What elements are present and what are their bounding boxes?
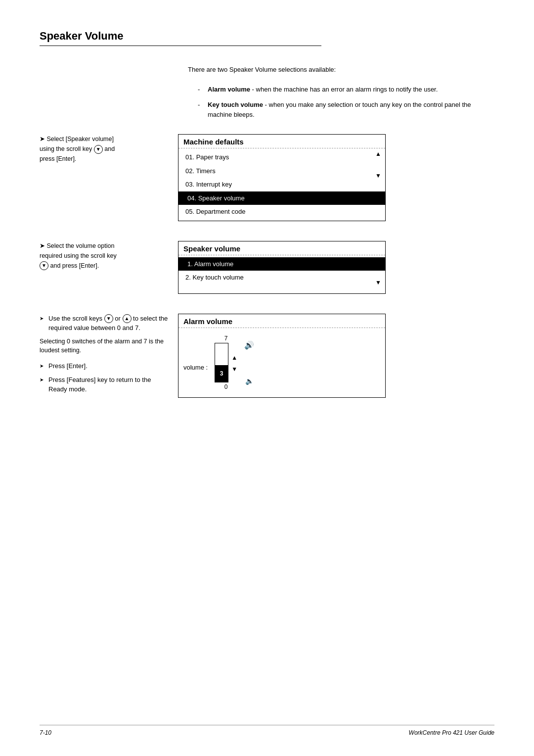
screen-item-key-touch-volume: 2. Key touch volume <box>178 271 385 284</box>
bullet-item-alarm: Alarm volume - when the machine has an e… <box>198 85 494 94</box>
volume-high-icon: 🔊 <box>244 340 254 350</box>
volume-current-display: 3 <box>220 370 223 377</box>
section1-instructions: ➤ Select [Speaker volume] using the scro… <box>40 134 178 164</box>
volume-label: volume : <box>183 364 208 371</box>
scroll-arrows-2 <box>375 257 381 286</box>
screen-item-alarm-volume: 1. Alarm volume <box>178 257 385 271</box>
volume-icons: 🔊 🔈 <box>244 340 254 385</box>
key-touch-label: Key touch volume <box>208 101 263 108</box>
section2-instruction-text: ➤ Select the volume option required usin… <box>40 241 168 271</box>
scroll-down-icon-1: ▼ <box>94 145 103 154</box>
bullet-list: Alarm volume - when the machine has an e… <box>198 85 494 120</box>
section3-row: Use the scroll keys ▼ or ▲ to select the… <box>40 314 494 398</box>
speaker-volume-screen: Speaker volume 1. Alarm volume 2. Key to… <box>178 241 386 294</box>
intro-text: There are two Speaker Volume selections … <box>188 65 494 75</box>
section2-instructions: ➤ Select the volume option required usin… <box>40 241 178 271</box>
screen-item-paper-trays: 01. Paper trays <box>178 150 385 164</box>
slider-track: 3 <box>215 343 228 382</box>
volume-down-arrow[interactable] <box>231 365 237 373</box>
page-title: Speaker Volume <box>40 30 321 46</box>
scroll-down-icon-2: ▼ <box>40 261 48 270</box>
arrow-up-2 <box>375 257 381 264</box>
machine-defaults-title: Machine defaults <box>178 135 385 148</box>
screen-item-speaker-volume: 04. Speaker volume <box>178 191 385 205</box>
bullet-item-key-touch: Key touch volume - when you make any sel… <box>198 100 494 119</box>
section1-instruction-text: ➤ Select [Speaker volume] using the scro… <box>40 134 168 164</box>
section3-screen: Alarm volume volume : 7 <box>178 314 494 398</box>
arrow-down-1 <box>375 172 381 179</box>
section3-press-enter: Press [Enter]. <box>40 361 168 371</box>
section2-screen: Speaker volume 1. Alarm volume 2. Key to… <box>178 241 494 294</box>
arrow-down-2 <box>375 279 381 286</box>
section3-note: Selecting 0 switches of the alarm and 7 … <box>40 337 168 356</box>
machine-defaults-screen: Machine defaults 01. Paper trays 02. Tim… <box>178 134 386 221</box>
page-container: Speaker Volume There are two Speaker Vol… <box>0 0 534 756</box>
alarm-volume-desc: - when the machine has an error an alarm… <box>250 86 438 93</box>
volume-low-icon: 🔈 <box>245 377 254 385</box>
alarm-volume-title: Alarm volume <box>178 314 385 328</box>
alarm-volume-controls: volume : 7 3 <box>183 332 380 393</box>
volume-min: 0 <box>224 383 228 390</box>
section3-instructions: Use the scroll keys ▼ or ▲ to select the… <box>40 314 178 398</box>
slider-arrow-controls <box>231 353 237 373</box>
section1-screen: Machine defaults 01. Paper trays 02. Tim… <box>178 134 494 221</box>
alarm-volume-screen: Alarm volume volume : 7 <box>178 314 386 398</box>
volume-up-arrow[interactable] <box>231 354 237 361</box>
section3-scroll-instruction: Use the scroll keys ▼ or ▲ to select the… <box>40 314 168 333</box>
section2-row: ➤ Select the volume option required usin… <box>40 241 494 294</box>
page-footer: 7-10 WorkCentre Pro 421 User Guide <box>40 725 494 736</box>
speaker-volume-body: 1. Alarm volume 2. Key touch volume <box>178 255 385 293</box>
screen-item-timers: 02. Timers <box>178 164 385 178</box>
alarm-volume-label: Alarm volume <box>208 86 250 93</box>
screen-item-interrupt-key: 03. Interrupt key <box>178 178 385 191</box>
slider-with-arrows: 3 <box>215 343 237 382</box>
section1-row: ➤ Select [Speaker volume] using the scro… <box>40 134 494 221</box>
scroll-arrows-1 <box>375 150 381 179</box>
footer-guide-title: WorkCentre Pro 421 User Guide <box>409 729 494 736</box>
volume-max: 7 <box>224 335 228 342</box>
footer-page-number: 7-10 <box>40 729 51 736</box>
scroll-down-icon-3: ▼ <box>104 314 113 323</box>
arrow-up-1 <box>375 150 381 157</box>
speaker-volume-title: Speaker volume <box>178 241 385 255</box>
scroll-up-icon-3: ▲ <box>123 314 132 323</box>
slider-area: 7 3 <box>215 335 237 390</box>
machine-defaults-body: 01. Paper trays 02. Timers 03. Interrupt… <box>178 148 385 221</box>
screen-item-department-code: 05. Department code <box>178 205 385 219</box>
section3-press-features: Press [Features] key to return to the Re… <box>40 375 168 394</box>
slider-current-indicator: 3 <box>215 365 228 382</box>
alarm-volume-body: volume : 7 3 <box>178 328 385 397</box>
